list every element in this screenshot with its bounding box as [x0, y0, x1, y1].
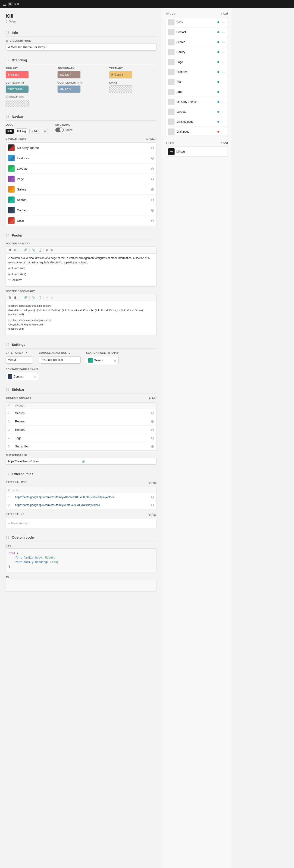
page-list-item[interactable]: Error ··· — [166, 87, 228, 97]
search-page-remove[interactable]: ⊖ — [114, 359, 116, 362]
navbar-link-row[interactable]: Contact ⊖ — [6, 205, 156, 216]
navbar-link-remove[interactable]: ⊖ — [151, 208, 154, 213]
navbar-link-row[interactable]: Search ⊖ — [6, 195, 156, 205]
css-entry-remove[interactable]: ⊖ — [151, 503, 154, 507]
page-more-icon[interactable]: ··· — [221, 80, 226, 84]
contact-page-select[interactable]: Contact ⊖ — [5, 373, 38, 380]
contact-page-select-btn[interactable]: ⊕ Select — [27, 368, 38, 371]
page-list-item[interactable]: Search ··· — [166, 37, 228, 47]
toolbar-attach-2[interactable]: 📎 — [31, 296, 36, 300]
page-subtitle[interactable]: ⬡ Open — [5, 20, 156, 23]
toolbar-list-ol-2[interactable]: ≡ — [50, 296, 54, 300]
toolbar-attach[interactable]: 📎 — [31, 248, 36, 252]
toolbar-bold-2[interactable]: B — [13, 296, 17, 300]
subscribe-url-input[interactable]: https://heyallan.us6.list-m 🔗 — [5, 458, 156, 465]
navbar-link-remove[interactable]: ⊖ — [151, 198, 154, 202]
site-name-toggle[interactable] — [55, 128, 64, 132]
toolbar-tt-2[interactable]: Tt — [8, 296, 12, 300]
page-list-item[interactable]: Layouts ··· — [166, 107, 228, 117]
page-more-icon[interactable]: ··· — [221, 40, 226, 44]
custom-js-content[interactable] — [5, 580, 156, 592]
navbar-link-remove[interactable]: ⊖ — [151, 218, 154, 223]
select-button[interactable]: ⊕ Select — [146, 138, 156, 141]
page-list-item[interactable]: Unlisted page ··· — [166, 117, 228, 127]
primary-color-swatch[interactable]: #FA6B6D — [5, 71, 29, 79]
footer-primary-content[interactable]: A column is a vertical division of a pag… — [6, 254, 156, 286]
toolbar-tt[interactable]: Tt — [8, 248, 12, 252]
page-list-item[interactable]: Test ··· — [166, 77, 228, 87]
toolbar-link[interactable]: 🔗 — [23, 248, 28, 252]
navbar-link-remove[interactable]: ⊖ — [151, 177, 154, 181]
show-label: Show — [65, 128, 72, 131]
links-color-swatch[interactable] — [109, 85, 133, 93]
navbar-link-remove[interactable]: ⊖ — [151, 156, 154, 160]
analytics-input[interactable] — [39, 356, 81, 364]
toolbar-code-2[interactable]: { } — [38, 296, 42, 300]
widget-remove[interactable]: ⊖ — [151, 419, 154, 424]
decorators-swatch[interactable] — [5, 100, 29, 107]
complementary-color-swatch[interactable]: #82A2BD — [57, 85, 81, 93]
page-list-item[interactable]: Kill Kirby Theme ··· — [166, 97, 228, 107]
page-list-item[interactable]: Draft page ··· — [166, 127, 228, 136]
search-icon[interactable]: ⌕ — [289, 2, 291, 6]
date-format-input[interactable] — [5, 356, 33, 364]
navbar-link-remove[interactable]: ⊖ — [151, 166, 154, 171]
toolbar-list-ul[interactable]: ≡ — [45, 248, 49, 252]
page-list-item[interactable]: Docs ··· — [166, 18, 228, 27]
css-entry-remove[interactable]: ⊖ — [151, 495, 154, 499]
page-more-icon[interactable]: ··· — [221, 30, 226, 34]
page-list-item[interactable]: Contact ··· — [166, 27, 228, 37]
page-more-icon[interactable]: ··· — [221, 60, 226, 64]
page-more-icon[interactable]: ··· — [221, 50, 226, 54]
external-js-add-btn[interactable]: ⊕ Add — [148, 513, 156, 517]
navbar-link-row[interactable]: Page ⊖ — [6, 174, 156, 184]
page-more-icon[interactable]: ··· — [221, 110, 226, 114]
navbar-link-row[interactable]: Gallery ⊖ — [6, 184, 156, 195]
page-list-item[interactable]: Page ··· — [166, 57, 228, 67]
quaternary-color-swatch[interactable]: cadetblue — [5, 85, 29, 93]
sidebar-widgets-add-btn[interactable]: ⊕ Add — [148, 397, 156, 400]
toolbar-list-ol[interactable]: ≡ — [50, 248, 54, 252]
page-list-item[interactable]: Gallery ··· — [166, 47, 228, 57]
upload-icon-2: ↑ — [221, 142, 222, 145]
widget-remove[interactable]: ⊖ — [151, 444, 154, 448]
search-page-select-btn[interactable]: ⊕ Select — [108, 351, 119, 354]
navbar-link-remove[interactable]: ⊖ — [151, 146, 154, 150]
toolbar-code[interactable]: { } — [38, 248, 42, 252]
page-more-icon[interactable]: ··· — [221, 100, 226, 104]
navbar-link-row[interactable]: Layouts ⊖ — [6, 163, 156, 174]
navbar-link-row[interactable]: Docs ⊖ — [6, 216, 156, 226]
page-more-icon[interactable]: ··· — [221, 70, 226, 74]
page-more-icon[interactable]: ··· — [221, 120, 226, 124]
files-add-button[interactable]: ↑ Add — [221, 142, 228, 145]
logo-add-button[interactable]: + Add — [29, 129, 40, 134]
widget-remove[interactable]: ⊖ — [151, 411, 154, 415]
toolbar-italic[interactable]: I — [19, 248, 21, 252]
page-more-icon[interactable]: ··· — [221, 90, 226, 94]
contact-page-remove[interactable]: ⊖ — [33, 375, 36, 378]
page-more-icon[interactable]: ··· — [221, 20, 226, 24]
navbar-link-row[interactable]: Kill Kirby Theme ⊖ — [6, 143, 156, 153]
toolbar-italic-2[interactable]: I — [19, 296, 21, 300]
navbar-link-row[interactable]: Features ⊖ — [6, 153, 156, 163]
footer-secondary-content[interactable]: {section: start class: text-align-center… — [6, 301, 156, 335]
toolbar-link-2[interactable]: 🔗 — [23, 296, 28, 300]
tertiary-color-swatch[interactable]: #f0c674 — [109, 71, 133, 79]
file-more-icon[interactable]: ··· — [223, 150, 226, 153]
external-css-add-btn[interactable]: ⊕ Add — [148, 481, 156, 485]
toolbar-list-ul-2[interactable]: ≡ — [45, 296, 49, 300]
site-description-input[interactable] — [5, 43, 156, 51]
widget-remove[interactable]: ⊖ — [151, 428, 154, 432]
toolbar-bold[interactable]: B — [13, 248, 17, 252]
widget-remove[interactable]: ⊖ — [151, 436, 154, 440]
menu-icon[interactable]: ☰ — [3, 2, 6, 6]
page-more-icon[interactable]: ··· — [221, 130, 226, 133]
secondary-color-swatch[interactable]: #A1887F — [57, 71, 81, 79]
navbar-link-remove[interactable]: ⊖ — [151, 187, 154, 192]
pages-add-button[interactable]: ↑ Add — [221, 12, 228, 15]
search-page-select[interactable]: Search ⊖ — [86, 357, 119, 364]
page-list-item[interactable]: Features ··· — [166, 67, 228, 77]
link-icon[interactable]: 🔗 — [82, 460, 154, 463]
logo-remove-button[interactable]: ⊖ — [42, 129, 48, 134]
custom-css-content[interactable]: html { --font-family-body: Roboto; --fon… — [5, 548, 156, 572]
